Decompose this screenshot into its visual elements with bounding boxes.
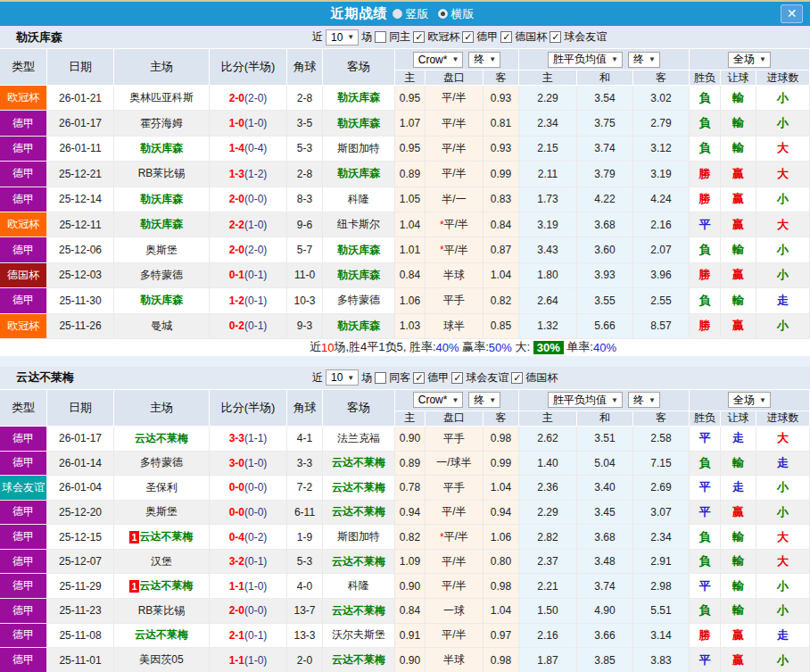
home-team: 云达不莱梅 — [140, 578, 194, 593]
result-char: 勝 — [699, 166, 711, 182]
result-char: 大 — [777, 140, 789, 156]
handicap-text: 一球 — [443, 603, 465, 618]
handicap-text: 平/半 — [442, 116, 466, 131]
away-team-cell: 勒沃库森 — [323, 314, 395, 338]
handicap-text: 平手 — [443, 480, 465, 495]
away-team: 勒沃库森 — [337, 166, 380, 181]
crow-home-odds: 0.82 — [395, 525, 426, 549]
close-button[interactable]: ✕ — [781, 4, 803, 23]
result-char: 勝 — [699, 191, 711, 207]
fullmatch-select[interactable]: 全场▼ — [728, 392, 771, 408]
final-odds-select[interactable]: 终▼ — [468, 52, 500, 68]
select-value: Crow* — [418, 394, 448, 406]
final-odds-select[interactable]: 终▼ — [468, 392, 500, 408]
result-char: 小 — [777, 652, 789, 668]
league-checkbox[interactable]: ✓ — [550, 31, 561, 43]
fulltime-score: 1-0 — [229, 117, 244, 129]
avg-draw-odds: 5.04 — [577, 452, 633, 476]
match-count-select[interactable]: 10▼ — [326, 29, 359, 46]
result-char: 勝 — [699, 267, 711, 283]
handicap-text: 平/半 — [444, 243, 468, 258]
league-checkbox[interactable]: ✓ — [451, 372, 463, 384]
section-divider — [0, 356, 810, 367]
result-char: 走 — [777, 627, 789, 643]
league-badge: 欧冠杯 — [0, 86, 47, 110]
result-cell: 負 — [690, 525, 721, 549]
match-score: 0-2(0-1) — [210, 314, 287, 338]
match-score: 1-1(1-0) — [210, 574, 287, 598]
match-date: 25-12-20 — [47, 501, 114, 525]
column-header: 日期 — [47, 390, 114, 427]
team-name: 云达不莱梅 — [16, 369, 74, 386]
match-date: 26-01-21 — [47, 86, 114, 110]
fulltime-score: 1-4 — [229, 142, 244, 154]
home-team-cell: 云达不莱梅 — [114, 427, 210, 451]
layout-radio[interactable] — [438, 9, 448, 19]
league-checkbox[interactable]: ✓ — [511, 372, 523, 384]
league-checkbox[interactable]: ✓ — [462, 31, 474, 43]
handicap-result-cell: 輸 — [721, 86, 756, 110]
corner-score: 1-9 — [287, 525, 323, 549]
corner-score: 4-0 — [287, 574, 323, 598]
handicap-text: 平/半 — [444, 217, 468, 232]
sub-column-header: 胜负 — [690, 71, 721, 86]
goals-cell: 大 — [756, 212, 810, 236]
halftime-score: (2-0) — [244, 244, 267, 256]
handicap-result-cell: 贏 — [721, 501, 756, 525]
match-count-select[interactable]: 10▼ — [326, 369, 359, 386]
avg-away-odds: 3.12 — [633, 137, 690, 161]
table-body: 欧冠杯26-01-21奥林匹亚科斯2-0(2-0)2-8勒沃库森0.95平/半0… — [0, 86, 810, 339]
sub-column-header: 让球 — [721, 411, 756, 427]
goals-cell: 大 — [756, 137, 810, 161]
avg-draw-odds: 4.90 — [577, 599, 633, 623]
league-checkbox[interactable]: ✓ — [413, 372, 425, 384]
home-team: 美因茨05 — [139, 652, 183, 668]
handicap-text: 平手 — [443, 431, 465, 446]
match-score: 0-4(0-2) — [210, 525, 287, 549]
match-row: 德甲25-11-01美因茨051-1(1-0)2-0云达不莱梅0.90半球0.9… — [0, 648, 810, 672]
layout-radio[interactable] — [393, 9, 402, 19]
same-venue-checkbox[interactable] — [375, 31, 386, 43]
handicap-text: 平/半 — [444, 529, 468, 544]
corner-score: 8-3 — [287, 187, 323, 212]
same-venue-checkbox[interactable] — [375, 372, 386, 384]
home-team-cell: 勒沃库森 — [114, 187, 210, 212]
home-team-cell: 勒沃库森 — [114, 137, 210, 161]
fullmatch-select[interactable]: 全场▼ — [728, 52, 771, 68]
handicap-text: 平/半 — [442, 166, 466, 181]
corner-score: 11-0 — [287, 263, 323, 287]
column-header: 客场 — [323, 390, 395, 427]
title-group: 近期战绩 竖版横版 — [331, 5, 480, 22]
crow-home-odds: 0.90 — [395, 427, 426, 451]
crow-company-select[interactable]: Crow*▼ — [413, 52, 464, 68]
home-team: 圣保利 — [145, 480, 178, 495]
avg-odds-select[interactable]: 胜平负均值▼ — [548, 392, 623, 408]
crow-home-odds: 1.06 — [395, 288, 426, 312]
final-odds-select[interactable]: 终▼ — [628, 52, 660, 68]
result-char: 負 — [699, 242, 711, 258]
corner-score: 3-5 — [287, 111, 323, 135]
crow-away-odds: 0.87 — [484, 237, 519, 261]
fulltime-score: 0-2 — [229, 319, 244, 332]
final-odds-select[interactable]: 终▼ — [628, 392, 660, 408]
result-char: 贏 — [732, 217, 744, 233]
match-row: 德甲25-12-07汉堡3-2(0-1)5-3云达不莱梅1.09平/半0.802… — [0, 550, 810, 575]
titlebar: 近期战绩 竖版横版 ✕ — [0, 2, 810, 26]
section-header: 勒沃库森 近10▼场同主✓欧冠杯✓德甲✓德国杯✓球会友谊 — [0, 26, 810, 49]
result-char: 輸 — [732, 529, 744, 545]
halftime-score: (0-0) — [244, 604, 267, 617]
fulltime-score: 2-0 — [229, 244, 244, 256]
handicap-result-cell: 贏 — [721, 648, 756, 672]
handicap-text: 平/半 — [442, 504, 466, 519]
league-label: 德国杯 — [525, 370, 558, 386]
crow-company-select[interactable]: Crow*▼ — [413, 392, 464, 408]
away-team-cell: 云达不莱梅 — [323, 599, 395, 623]
avg-odds-select[interactable]: 胜平负均值▼ — [548, 52, 623, 68]
crow-home-odds: 0.90 — [395, 648, 426, 672]
league-checkbox[interactable]: ✓ — [500, 31, 512, 43]
league-checkbox[interactable]: ✓ — [413, 31, 425, 43]
chevron-down-icon: ▼ — [451, 55, 459, 63]
goals-cell: 小 — [756, 599, 810, 623]
avg-away-odds: 3.14 — [633, 624, 690, 648]
home-team: 勒沃库森 — [140, 192, 183, 207]
